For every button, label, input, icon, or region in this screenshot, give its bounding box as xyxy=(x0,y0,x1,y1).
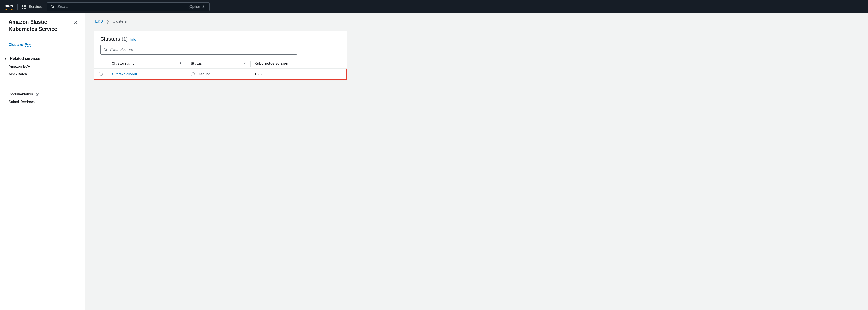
services-grid-icon xyxy=(22,4,26,9)
top-nav: aws Services [Option+S] xyxy=(0,0,868,13)
column-select xyxy=(94,59,107,68)
breadcrumb: EKS ❯ Clusters xyxy=(94,19,859,24)
sidebar-close-button[interactable]: ✕ xyxy=(73,19,78,25)
search-icon xyxy=(104,48,108,52)
external-link-icon xyxy=(36,93,39,96)
status-text: Creating xyxy=(197,72,210,76)
search-icon xyxy=(51,5,55,9)
chevron-right-icon: ❯ xyxy=(106,19,110,24)
info-link[interactable]: Info xyxy=(130,37,136,41)
global-search-input[interactable] xyxy=(57,4,186,9)
services-label: Services xyxy=(29,5,42,9)
main-content: EKS ❯ Clusters Clusters (1) Info xyxy=(85,13,868,310)
table-row: zufarexplainedit Creating 1.25 xyxy=(94,68,347,80)
version-text: 1.25 xyxy=(250,68,347,80)
row-select-radio[interactable] xyxy=(99,72,103,76)
aws-logo[interactable]: aws xyxy=(4,3,13,10)
sidebar-item-ecr[interactable]: Amazon ECR xyxy=(8,63,78,71)
sidebar-item-documentation[interactable]: Documentation xyxy=(8,90,78,98)
clusters-panel: Clusters (1) Info Cluster name xyxy=(94,31,347,80)
clusters-label: Clusters xyxy=(8,43,23,47)
svg-line-4 xyxy=(106,50,107,51)
clusters-table: Cluster name ▲ Status ▽ Kubernetes versi… xyxy=(94,59,347,80)
sidebar-item-batch[interactable]: AWS Batch xyxy=(8,71,78,78)
clusters-count: (1) xyxy=(122,36,128,42)
svg-point-0 xyxy=(51,5,54,8)
cluster-name-link[interactable]: zufarexplainedit xyxy=(112,72,137,76)
breadcrumb-current: Clusters xyxy=(113,19,127,24)
svg-line-2 xyxy=(37,93,39,94)
breadcrumb-root[interactable]: EKS xyxy=(95,19,103,24)
svg-point-3 xyxy=(104,48,107,51)
related-services-toggle[interactable]: Related services xyxy=(8,55,78,63)
column-status[interactable]: Status ▽ xyxy=(187,59,250,68)
global-search[interactable]: [Option+S] xyxy=(47,2,210,11)
sidebar: Amazon Elastic Kubernetes Service ✕ Clus… xyxy=(0,13,85,310)
new-badge: New xyxy=(25,43,31,47)
sort-icon: ▽ xyxy=(244,61,246,64)
filter-clusters-input[interactable] xyxy=(110,48,293,52)
sort-asc-icon: ▲ xyxy=(179,61,182,64)
column-cluster-name[interactable]: Cluster name ▲ xyxy=(107,59,187,68)
filter-clusters[interactable] xyxy=(100,45,297,55)
services-menu-button[interactable]: Services xyxy=(22,4,42,9)
status-pending-icon xyxy=(191,72,195,76)
sidebar-item-feedback[interactable]: Submit feedback xyxy=(8,98,78,106)
panel-title-text: Clusters xyxy=(100,36,120,42)
svg-line-1 xyxy=(53,7,54,8)
sidebar-item-clusters[interactable]: Clusters New xyxy=(8,41,78,49)
column-k8s-version[interactable]: Kubernetes version xyxy=(250,59,347,68)
search-shortcut-hint: [Option+S] xyxy=(188,5,206,9)
sidebar-title: Amazon Elastic Kubernetes Service xyxy=(8,19,73,33)
